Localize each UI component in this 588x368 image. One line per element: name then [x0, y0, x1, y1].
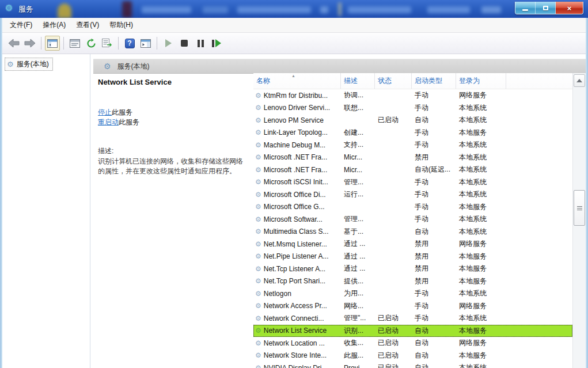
service-row[interactable]: ⚙ Network Access Pr... 网络... 手动 网络服务 — [253, 300, 572, 313]
service-startup-type-cell: 自动 — [412, 115, 456, 125]
service-logon-as-cell: 本地服务 — [456, 202, 506, 212]
service-name: Multimedia Class S... — [264, 227, 329, 236]
service-row[interactable]: ⚙ Microsoft Office Di... 运行... 手动 本地系统 — [253, 188, 572, 201]
restart-service-link[interactable]: 重启动 — [98, 118, 119, 126]
service-row[interactable]: ⚙ Lenovo Driver Servi... 联想... 手动 本地系统 — [253, 102, 572, 115]
service-logon-as-cell: 本地服务 — [456, 128, 506, 138]
help-button[interactable]: ? — [122, 36, 137, 51]
service-row[interactable]: ⚙ Netlogon 为用... 手动 本地系统 — [253, 287, 572, 300]
service-row[interactable]: ⚙ Network List Service 识别... 已启动 自动 本地服务 — [253, 325, 572, 337]
service-name: Lenovo PM Service — [264, 116, 324, 124]
service-name-cell: ⚙ Net.Tcp Port Shari... — [253, 277, 341, 285]
show-console-tree-button[interactable] — [45, 36, 60, 51]
service-name: Network Store Inte... — [264, 351, 327, 359]
service-row[interactable]: ⚙ KtmRm for Distribu... 协调... 手动 网络服务 — [253, 89, 572, 102]
menu-view[interactable]: 查看(V) — [71, 18, 104, 32]
background-glass-blob — [122, 1, 132, 18]
tree-item-services-local[interactable]: ⚙ 服务(本地) — [5, 58, 53, 71]
service-name: Microsoft .NET Fra... — [264, 166, 327, 174]
pause-service-button[interactable] — [193, 36, 208, 51]
service-row[interactable]: ⚙ Machine Debug M... 支持... 手动 本地系统 — [253, 139, 572, 151]
show-console-tree-icon — [47, 39, 58, 48]
service-row[interactable]: ⚙ Microsoft Office G... 手动 本地服务 — [253, 201, 572, 214]
service-name-cell: ⚙ Microsoft Office Di... — [253, 191, 341, 199]
column-header-status[interactable]: 状态 — [375, 73, 412, 89]
column-header-label: 状态 — [378, 76, 392, 86]
service-name: Net.Tcp Listener A... — [264, 265, 325, 273]
service-row[interactable]: ⚙ Lenovo PM Service 已启动 自动 本地系统 — [253, 114, 572, 127]
close-button[interactable]: × — [556, 2, 583, 14]
service-logon-as-cell: 本地系统 — [456, 313, 506, 323]
column-header-description[interactable]: 描述 — [341, 73, 375, 89]
column-header-startup-type[interactable]: 启动类型 — [412, 73, 456, 89]
service-row[interactable]: ⚙ Network Connecti... 管理"... 已启动 手动 本地系统 — [253, 312, 572, 325]
export-list-button[interactable] — [100, 36, 115, 51]
background-glass-blob — [481, 6, 501, 13]
maximize-button[interactable] — [536, 2, 556, 14]
vertical-scrollbar[interactable] — [572, 73, 586, 368]
service-logon-as-cell: 本地系统 — [456, 214, 506, 224]
service-gear-icon: ⚙ — [255, 241, 261, 248]
service-row[interactable]: ⚙ Net.Tcp Port Shari... 提供... 禁用 本地服务 — [253, 275, 572, 288]
service-name-cell: ⚙ Net.Tcp Listener A... — [253, 265, 341, 273]
stop-service-link[interactable]: 停止 — [98, 108, 112, 116]
service-startup-type-cell: 自动 — [412, 338, 456, 348]
service-name: Net.Msmq Listener... — [264, 240, 327, 248]
service-status-cell: 已启动 — [375, 115, 412, 125]
menu-help[interactable]: 帮助(H) — [104, 18, 138, 32]
service-row[interactable]: ⚙ Net.Msmq Listener... 通过 ... 禁用 网络服务 — [253, 238, 572, 251]
service-startup-type-cell: 手动 — [412, 189, 456, 199]
service-name-cell: ⚙ KtmRm for Distribu... — [253, 92, 341, 100]
forward-button[interactable] — [22, 36, 37, 51]
services-gear-icon: ⚙ — [7, 60, 14, 68]
service-description: 识别计算机已连接的网络，收集和存储这些网络的属性，并在更改这些属性时通知应用程序… — [98, 157, 246, 176]
minimize-button[interactable] — [515, 2, 536, 14]
service-name: Net.Pipe Listener A... — [264, 252, 329, 260]
service-name: Network Location ... — [264, 339, 325, 347]
service-status-cell: 已启动 — [375, 338, 412, 348]
show-action-pane-button[interactable] — [138, 36, 153, 51]
list-rows: ⚙ KtmRm for Distribu... 协调... 手动 网络服务 ⚙ … — [253, 89, 572, 368]
service-description-cell: 通过 ... — [341, 239, 375, 249]
service-row[interactable]: ⚙ Microsoft .NET Fra... Micr... 禁用 本地系统 — [253, 151, 572, 164]
properties-button[interactable] — [67, 36, 82, 51]
service-row[interactable]: ⚙ Network Store Inte... 此服... 已启动 自动 本地服… — [253, 350, 572, 362]
service-description-cell: 为用... — [341, 289, 375, 298]
service-row[interactable]: ⚙ Link-Layer Topolog... 创建... 手动 本地服务 — [253, 127, 572, 139]
service-row[interactable]: ⚙ Microsoft Softwar... 管理... 手动 本地系统 — [253, 213, 572, 226]
start-service-button[interactable] — [161, 36, 176, 51]
scrollbar-up-button[interactable] — [574, 74, 585, 87]
refresh-icon — [86, 39, 96, 48]
service-gear-icon: ⚙ — [255, 203, 261, 210]
title-bar[interactable]: ⚙ 服务 × — [0, 0, 588, 18]
refresh-button[interactable] — [84, 36, 98, 51]
service-row[interactable]: ⚙ Microsoft iSCSI Init... 管理... 手动 本地系统 — [253, 176, 572, 189]
pause-service-icon — [198, 40, 204, 47]
stop-service-button[interactable] — [177, 36, 192, 51]
service-startup-type-cell: 禁用 — [412, 239, 456, 249]
scrollbar-thumb[interactable] — [574, 190, 585, 226]
background-glass-blob — [348, 6, 411, 13]
menu-file[interactable]: 文件(F) — [5, 18, 37, 32]
column-header-name[interactable]: 名称 ▲ — [253, 73, 341, 89]
close-icon: × — [567, 5, 572, 12]
service-row[interactable]: ⚙ Microsoft .NET Fra... Micr... 自动(延迟...… — [253, 164, 572, 176]
service-row[interactable]: ⚙ Multimedia Class S... 基于... 自动 本地系统 — [253, 226, 572, 238]
service-row[interactable]: ⚙ NVIDIA Display Dri... Provi... 已启动 自动 … — [253, 362, 572, 368]
service-startup-type-cell: 禁用 — [412, 153, 456, 162]
service-name-cell: ⚙ Machine Debug M... — [253, 141, 341, 149]
service-gear-icon: ⚙ — [255, 327, 261, 334]
restart-link-suffix: 此服务 — [119, 118, 139, 126]
help-icon: ? — [125, 39, 135, 48]
service-logon-as-cell: 网络服务 — [456, 301, 506, 311]
service-row[interactable]: ⚙ Net.Pipe Listener A... 通过 ... 禁用 本地服务 — [253, 251, 572, 263]
restart-service-button[interactable] — [209, 36, 224, 51]
stop-service-icon — [181, 40, 188, 47]
menu-action[interactable]: 操作(A) — [37, 18, 71, 32]
service-row[interactable]: ⚙ Net.Tcp Listener A... 通过 ... 禁用 本地服务 — [253, 263, 572, 275]
service-logon-as-cell: 本地系统 — [456, 165, 506, 174]
back-button[interactable] — [6, 36, 21, 51]
column-header-logon-as[interactable]: 登录为 — [456, 73, 506, 89]
service-description-cell: Provi... — [341, 364, 375, 368]
service-row[interactable]: ⚙ Network Location ... 收集... 已启动 自动 网络服务 — [253, 337, 572, 350]
